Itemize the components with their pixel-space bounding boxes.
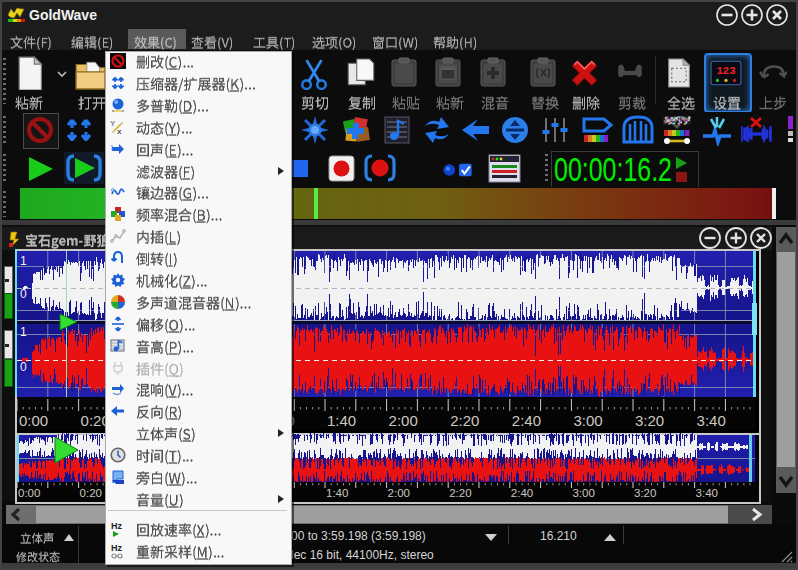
svg-text:Hz: Hz [111,521,122,531]
svg-text:Y: Y [110,119,116,128]
svg-text:Hz: Hz [111,543,122,553]
